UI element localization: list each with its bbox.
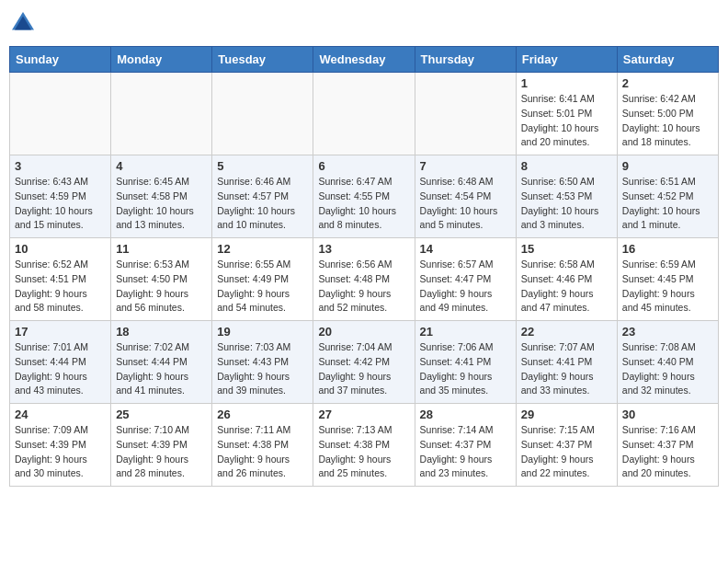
day-info: Sunrise: 7:13 AMSunset: 4:38 PMDaylight:… [318,423,409,481]
calendar-cell: 19Sunrise: 7:03 AMSunset: 4:43 PMDayligh… [212,321,313,404]
calendar-cell: 29Sunrise: 7:15 AMSunset: 4:37 PMDayligh… [516,404,617,487]
calendar-cell [313,73,415,155]
day-info: Sunrise: 6:55 AMSunset: 4:49 PMDaylight:… [217,258,308,316]
calendar-cell: 22Sunrise: 7:07 AMSunset: 4:41 PMDayligh… [516,321,617,404]
day-info: Sunrise: 6:42 AMSunset: 5:00 PMDaylight:… [622,92,713,150]
day-number: 12 [217,242,308,256]
calendar-cell [212,73,313,155]
day-info: Sunrise: 7:15 AMSunset: 4:37 PMDaylight:… [521,423,612,481]
weekday-header: Sunday [10,47,111,73]
day-number: 14 [420,242,511,256]
calendar-cell: 9Sunrise: 6:51 AMSunset: 4:52 PMDaylight… [617,155,718,238]
calendar-cell: 4Sunrise: 6:45 AMSunset: 4:58 PMDaylight… [111,155,212,238]
calendar-cell: 28Sunrise: 7:14 AMSunset: 4:37 PMDayligh… [415,404,516,487]
day-number: 5 [217,159,308,173]
header [9,9,719,37]
day-number: 26 [217,408,308,421]
logo-icon [9,9,37,37]
day-info: Sunrise: 6:48 AMSunset: 4:54 PMDaylight:… [420,175,511,233]
day-number: 10 [15,242,106,256]
calendar-cell: 8Sunrise: 6:50 AMSunset: 4:53 PMDaylight… [516,155,617,238]
calendar: SundayMondayTuesdayWednesdayThursdayFrid… [9,46,719,487]
day-number: 21 [420,325,511,339]
weekday-header: Tuesday [212,47,313,73]
calendar-cell: 20Sunrise: 7:04 AMSunset: 4:42 PMDayligh… [313,321,415,404]
logo [9,9,40,37]
calendar-cell: 1Sunrise: 6:41 AMSunset: 5:01 PMDaylight… [516,73,617,155]
day-number: 20 [318,325,409,339]
day-info: Sunrise: 6:50 AMSunset: 4:53 PMDaylight:… [521,175,612,233]
day-info: Sunrise: 7:04 AMSunset: 4:42 PMDaylight:… [318,340,409,398]
day-number: 3 [15,159,106,173]
day-info: Sunrise: 7:07 AMSunset: 4:41 PMDaylight:… [521,340,612,398]
calendar-cell: 16Sunrise: 6:59 AMSunset: 4:45 PMDayligh… [617,238,718,321]
day-info: Sunrise: 7:08 AMSunset: 4:40 PMDaylight:… [622,340,713,398]
day-number: 2 [622,76,713,90]
calendar-cell: 13Sunrise: 6:56 AMSunset: 4:48 PMDayligh… [313,238,415,321]
day-info: Sunrise: 7:11 AMSunset: 4:38 PMDaylight:… [217,423,308,481]
calendar-cell: 21Sunrise: 7:06 AMSunset: 4:41 PMDayligh… [415,321,516,404]
calendar-cell [111,73,212,155]
day-number: 19 [217,325,308,339]
calendar-cell [10,73,111,155]
day-number: 18 [116,325,207,339]
day-info: Sunrise: 7:02 AMSunset: 4:44 PMDaylight:… [116,340,207,398]
calendar-cell: 23Sunrise: 7:08 AMSunset: 4:40 PMDayligh… [617,321,718,404]
day-info: Sunrise: 7:14 AMSunset: 4:37 PMDaylight:… [420,423,511,481]
day-info: Sunrise: 6:59 AMSunset: 4:45 PMDaylight:… [622,258,713,316]
day-info: Sunrise: 6:46 AMSunset: 4:57 PMDaylight:… [217,175,308,233]
calendar-header-row: SundayMondayTuesdayWednesdayThursdayFrid… [10,47,719,73]
day-number: 24 [15,408,106,421]
day-info: Sunrise: 7:09 AMSunset: 4:39 PMDaylight:… [15,423,106,481]
weekday-header: Saturday [617,47,718,73]
day-number: 6 [318,159,409,173]
day-number: 13 [318,242,409,256]
week-row: 10Sunrise: 6:52 AMSunset: 4:51 PMDayligh… [10,238,719,321]
calendar-cell: 12Sunrise: 6:55 AMSunset: 4:49 PMDayligh… [212,238,313,321]
day-number: 1 [521,76,612,90]
day-number: 11 [116,242,207,256]
week-row: 24Sunrise: 7:09 AMSunset: 4:39 PMDayligh… [10,404,719,487]
day-number: 30 [622,408,713,421]
day-info: Sunrise: 6:53 AMSunset: 4:50 PMDaylight:… [116,258,207,316]
day-number: 8 [521,159,612,173]
weekday-header: Friday [516,47,617,73]
calendar-cell: 5Sunrise: 6:46 AMSunset: 4:57 PMDaylight… [212,155,313,238]
day-number: 9 [622,159,713,173]
day-number: 7 [420,159,511,173]
day-info: Sunrise: 6:41 AMSunset: 5:01 PMDaylight:… [521,92,612,150]
calendar-cell [415,73,516,155]
day-number: 22 [521,325,612,339]
calendar-cell: 11Sunrise: 6:53 AMSunset: 4:50 PMDayligh… [111,238,212,321]
day-info: Sunrise: 6:51 AMSunset: 4:52 PMDaylight:… [622,175,713,233]
day-number: 23 [622,325,713,339]
day-info: Sunrise: 6:45 AMSunset: 4:58 PMDaylight:… [116,175,207,233]
day-number: 27 [318,408,409,421]
day-info: Sunrise: 7:01 AMSunset: 4:44 PMDaylight:… [15,340,106,398]
calendar-cell: 10Sunrise: 6:52 AMSunset: 4:51 PMDayligh… [10,238,111,321]
calendar-cell: 2Sunrise: 6:42 AMSunset: 5:00 PMDaylight… [617,73,718,155]
day-info: Sunrise: 6:56 AMSunset: 4:48 PMDaylight:… [318,258,409,316]
calendar-cell: 18Sunrise: 7:02 AMSunset: 4:44 PMDayligh… [111,321,212,404]
day-info: Sunrise: 7:06 AMSunset: 4:41 PMDaylight:… [420,340,511,398]
calendar-cell: 6Sunrise: 6:47 AMSunset: 4:55 PMDaylight… [313,155,415,238]
day-number: 15 [521,242,612,256]
day-info: Sunrise: 7:16 AMSunset: 4:37 PMDaylight:… [622,423,713,481]
calendar-cell: 30Sunrise: 7:16 AMSunset: 4:37 PMDayligh… [617,404,718,487]
calendar-cell: 15Sunrise: 6:58 AMSunset: 4:46 PMDayligh… [516,238,617,321]
weekday-header: Thursday [415,47,516,73]
week-row: 17Sunrise: 7:01 AMSunset: 4:44 PMDayligh… [10,321,719,404]
day-number: 29 [521,408,612,421]
day-info: Sunrise: 6:58 AMSunset: 4:46 PMDaylight:… [521,258,612,316]
day-number: 16 [622,242,713,256]
day-number: 17 [15,325,106,339]
weekday-header: Wednesday [313,47,415,73]
calendar-cell: 14Sunrise: 6:57 AMSunset: 4:47 PMDayligh… [415,238,516,321]
weekday-header: Monday [111,47,212,73]
calendar-cell: 27Sunrise: 7:13 AMSunset: 4:38 PMDayligh… [313,404,415,487]
day-info: Sunrise: 6:43 AMSunset: 4:59 PMDaylight:… [15,175,106,233]
day-number: 28 [420,408,511,421]
day-info: Sunrise: 6:47 AMSunset: 4:55 PMDaylight:… [318,175,409,233]
calendar-cell: 26Sunrise: 7:11 AMSunset: 4:38 PMDayligh… [212,404,313,487]
day-number: 25 [116,408,207,421]
